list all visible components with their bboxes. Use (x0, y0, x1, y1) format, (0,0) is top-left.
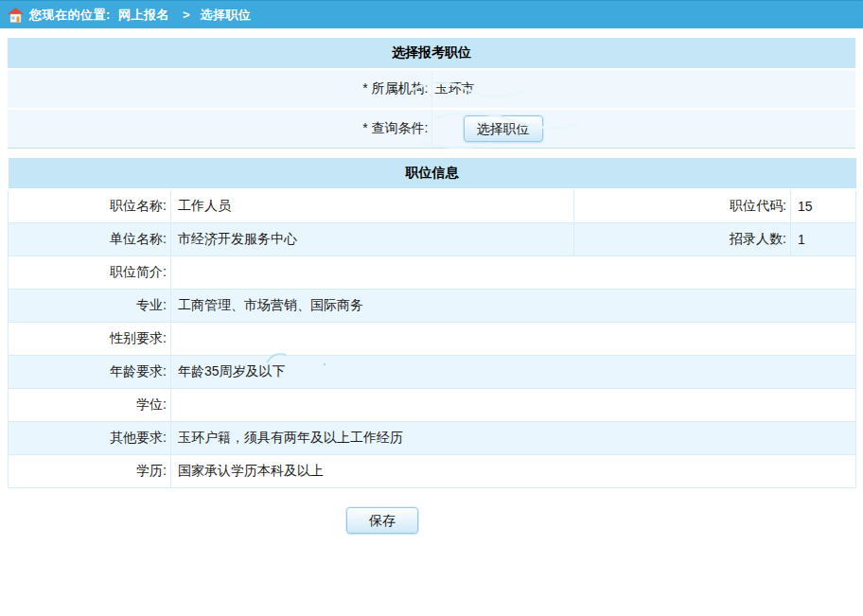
query-condition-row: * 查询条件: 选择职位 (8, 109, 855, 149)
position-name-label: 职位名称: (9, 189, 171, 223)
table-row-education: 学历: 国家承认学历本科及以上 (9, 455, 856, 488)
age-label: 年龄要求: (9, 356, 171, 389)
position-code-label: 职位代码: (574, 189, 791, 223)
education-label: 学历: (9, 455, 171, 488)
table-row-major: 专业: 工商管理、市场营销、国际商务 (9, 290, 856, 323)
position-name-value: 工作人员 (171, 189, 574, 223)
breadcrumb-prefix: 您现在的位置: (29, 8, 111, 22)
position-info-title: 职位信息 (9, 158, 856, 189)
query-condition-cell: 选择职位 (432, 109, 855, 149)
other-req-label: 其他要求: (9, 422, 171, 455)
age-value: 年龄35周岁及以下 (171, 356, 856, 389)
table-row-other-requirements: 其他要求: 玉环户籍，须具有两年及以上工作经历 (9, 422, 856, 455)
breadcrumb-separator: > (183, 8, 190, 22)
gender-label: 性别要求: (9, 323, 171, 356)
breadcrumb-item-online-signup: 网上报名 (118, 8, 169, 22)
unit-name-label: 单位名称: (9, 223, 171, 256)
major-label: 专业: (9, 290, 171, 323)
gender-value (171, 323, 856, 356)
breadcrumb-bar: 您现在的位置: 网上报名 > 选择职位 (0, 0, 863, 28)
unit-name-value: 市经济开发服务中心 (171, 223, 574, 256)
position-code-value: 15 (791, 189, 856, 223)
home-icon[interactable] (8, 8, 24, 23)
table-row-position-intro: 职位简介: (9, 256, 856, 290)
save-button[interactable]: 保存 (346, 507, 418, 534)
recruit-count-value: 1 (791, 223, 856, 256)
major-value: 工商管理、市场营销、国际商务 (171, 290, 856, 323)
table-row-age: 年龄要求: 年龄35周岁及以下 (9, 356, 856, 389)
org-row: * 所属机构: 玉环市 (8, 69, 855, 109)
degree-value (171, 389, 856, 422)
position-intro-label: 职位简介: (9, 256, 171, 290)
save-row: 保存 (8, 507, 855, 534)
degree-label: 学位: (9, 389, 171, 422)
education-value: 国家承认学历本科及以上 (171, 455, 856, 488)
query-condition-label: * 查询条件: (8, 109, 432, 149)
table-row-gender: 性别要求: (9, 323, 856, 356)
table-row-position-name: 职位名称: 工作人员 职位代码: 15 (9, 189, 856, 223)
select-position-title: 选择报考职位 (8, 38, 855, 69)
table-row-degree: 学位: (9, 389, 856, 422)
select-position-panel: 选择报考职位 * 所属机构: 玉环市 * 查询条件: 选择职位 (8, 38, 855, 149)
choose-position-button[interactable]: 选择职位 (464, 115, 543, 142)
position-intro-value (171, 256, 856, 290)
org-value: 玉环市 (432, 69, 855, 109)
position-info-panel: 职位信息 职位名称: 工作人员 职位代码: 15 单位名称: 市经济开发服务中心… (8, 158, 856, 488)
other-req-value: 玉环户籍，须具有两年及以上工作经历 (171, 422, 856, 455)
table-row-unit-name: 单位名称: 市经济开发服务中心 招录人数: 1 (9, 223, 856, 256)
org-label: * 所属机构: (8, 69, 432, 109)
breadcrumb: 您现在的位置: 网上报名 > 选择职位 (29, 7, 255, 24)
breadcrumb-item-current: 选择职位 (200, 8, 251, 22)
recruit-count-label: 招录人数: (574, 223, 791, 256)
